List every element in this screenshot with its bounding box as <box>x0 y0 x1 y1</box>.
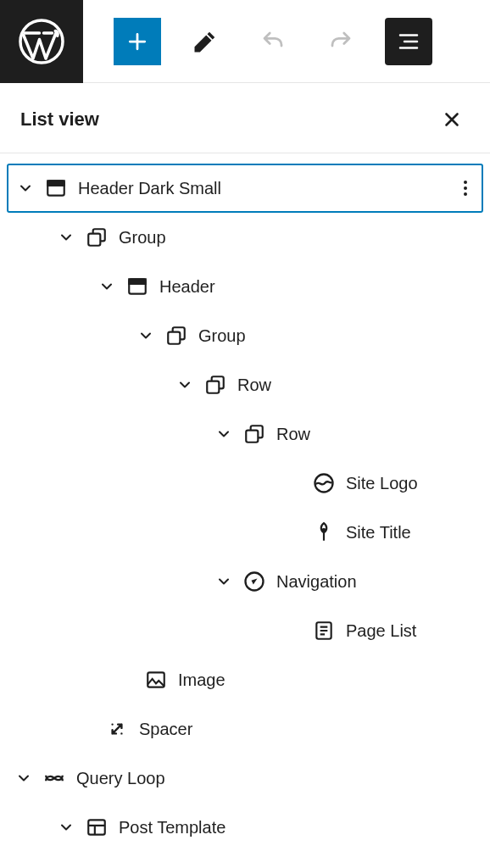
tree-node[interactable]: Page List <box>7 606 483 655</box>
close-panel-button[interactable] <box>437 105 466 134</box>
pencil-icon <box>192 29 218 54</box>
expand-toggle[interactable] <box>14 770 34 787</box>
block-tree: Header Dark SmallGroupHeaderGroupRowRowS… <box>0 153 490 868</box>
edit-button[interactable] <box>181 18 229 65</box>
tree-node-label: Row <box>276 425 310 444</box>
expand-toggle[interactable] <box>56 819 76 836</box>
tree-node[interactable]: Image <box>7 655 483 704</box>
tree-node-label: Query Loop <box>76 769 165 788</box>
tree-node-label: Page List <box>346 621 416 641</box>
svg-rect-13 <box>207 381 219 393</box>
expand-toggle[interactable] <box>15 180 36 197</box>
svg-rect-2 <box>47 181 64 185</box>
header-icon <box>44 176 68 200</box>
queryloop-icon <box>42 766 66 790</box>
svg-point-3 <box>464 181 467 184</box>
tree-node-label: Group <box>198 326 246 346</box>
close-icon <box>441 108 463 131</box>
svg-rect-15 <box>246 431 258 442</box>
tree-node[interactable]: Header Dark Small <box>7 164 483 213</box>
svg-rect-9 <box>129 279 146 283</box>
tree-node[interactable]: Header <box>7 262 483 311</box>
tree-node-label: Group <box>119 228 166 248</box>
expand-toggle[interactable] <box>56 229 76 246</box>
tree-node-label: Image <box>178 670 226 690</box>
tree-node-label: Post Template <box>119 818 226 837</box>
tree-node[interactable]: Group <box>7 311 483 360</box>
tree-node-label: Spacer <box>139 720 192 739</box>
expand-toggle[interactable] <box>97 278 117 295</box>
sitetitle-icon <box>312 520 336 544</box>
pagelist-icon <box>312 619 336 643</box>
navigation-icon <box>242 570 266 593</box>
svg-point-5 <box>464 192 467 196</box>
expand-toggle[interactable] <box>136 327 156 344</box>
tree-node-label: Site Logo <box>346 474 418 493</box>
undo-icon <box>260 29 286 54</box>
posttemplate-icon <box>85 815 109 839</box>
tree-node-label: Header Dark Small <box>78 179 221 198</box>
spacer-icon <box>105 717 129 741</box>
group-icon <box>242 422 266 446</box>
editor-toolbar <box>83 18 432 65</box>
tree-node-label: Row <box>237 376 271 395</box>
tree-node[interactable]: Row <box>7 409 483 459</box>
expand-toggle[interactable] <box>214 426 234 442</box>
tree-node-label: Navigation <box>276 572 357 592</box>
svg-point-4 <box>464 186 467 190</box>
tree-node[interactable]: Group <box>7 213 483 262</box>
wordpress-icon <box>16 16 67 67</box>
panel-title: List view <box>20 108 99 131</box>
tree-node[interactable]: Site Title <box>7 508 483 557</box>
redo-button[interactable] <box>317 18 365 65</box>
tree-node[interactable]: Navigation <box>7 557 483 606</box>
group-icon <box>164 324 188 348</box>
redo-icon <box>328 29 354 54</box>
tree-node[interactable]: Spacer <box>7 704 483 754</box>
svg-rect-11 <box>168 332 180 344</box>
svg-point-17 <box>322 529 325 531</box>
list-view-toggle-button[interactable] <box>385 18 432 65</box>
tree-node[interactable]: Post Template <box>7 803 483 852</box>
list-view-panel-header: List view <box>0 83 490 153</box>
add-block-button[interactable] <box>114 18 161 65</box>
expand-toggle[interactable] <box>175 376 195 393</box>
group-icon <box>203 373 227 397</box>
sitelogo-icon <box>312 471 336 495</box>
undo-button[interactable] <box>249 18 297 65</box>
image-icon <box>144 668 168 692</box>
block-options-button[interactable] <box>456 178 475 198</box>
editor-topbar <box>0 0 490 83</box>
tree-node[interactable]: Row <box>7 360 483 409</box>
expand-toggle[interactable] <box>214 573 234 590</box>
tree-node-label: Site Title <box>346 523 411 542</box>
tree-node[interactable]: Site Logo <box>7 459 483 508</box>
svg-rect-7 <box>88 234 100 246</box>
group-icon <box>85 225 109 249</box>
svg-rect-21 <box>88 820 105 834</box>
tree-node-label: Header <box>159 277 215 297</box>
header-icon <box>125 275 149 298</box>
plus-icon <box>125 29 150 54</box>
wordpress-logo-button[interactable] <box>0 0 83 83</box>
list-view-icon <box>396 29 421 54</box>
tree-node[interactable]: Query Loop <box>7 754 483 803</box>
